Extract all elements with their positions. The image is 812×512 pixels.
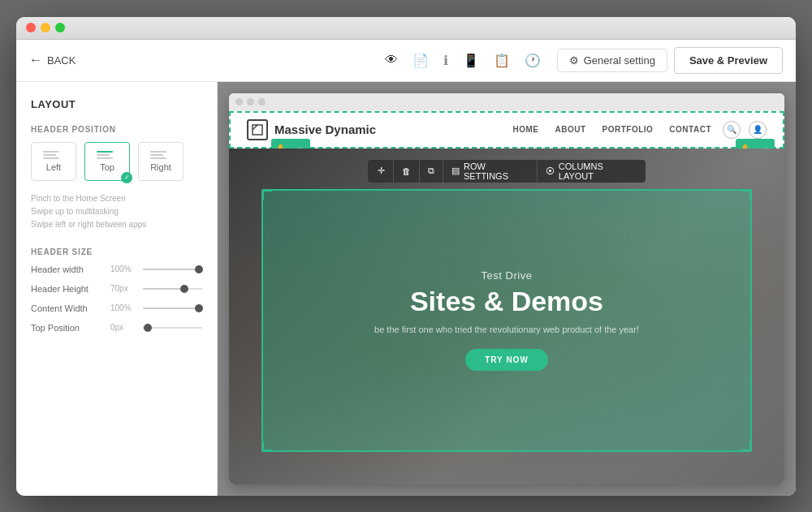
hero-description: be the first one who tried the revolutio… [374,325,639,334]
corner-tr [741,190,751,200]
move-tool-btn[interactable]: ✛ [369,160,394,183]
position-top-label: Top [100,162,114,172]
eye-icon[interactable]: 👁 [385,53,398,67]
website-header: Massive Dynamic HOME ABOUT PORTFOLIO CON… [229,111,784,148]
general-setting-label: General setting [584,54,655,67]
nav-contact[interactable]: CONTACT [669,125,711,134]
logo-text: Massive Dynamic [274,123,376,136]
hero-subtitle: Test Drive [374,269,639,282]
minimize-button[interactable] [41,23,50,32]
sidebar: LAYOUT HEADER POSITION Left [16,82,218,496]
app-content: ← BACK 👁 📄 ℹ 📱 📋 🕐 ⚙ General setting Sav… [16,40,796,496]
logo-icon [247,119,268,140]
sidebar-title: LAYOUT [31,98,202,110]
header-size-label: HEADER SIZE [31,247,202,256]
toolbar-icons: 👁 📄 ℹ 📱 📋 🕐 [385,53,541,68]
header-position-options: Left Top ✓ [31,142,202,181]
header-width-value: 100% [110,265,136,273]
row-settings-icon: ▤ [451,166,460,176]
duplicate-tool-btn[interactable]: ⧉ [420,160,443,183]
hero-title: Sites & Demos [374,286,639,316]
search-icon[interactable]: 🔍 [723,121,741,139]
row-settings-btn[interactable]: ▤ ROW SETTINGS [443,160,538,183]
position-top[interactable]: Top ✓ [84,142,130,181]
position-left-label: Left [46,162,61,172]
header-size-section: HEADER SIZE Header width 100% Header Hei… [31,247,202,333]
header-height-value: 70px [110,284,136,293]
nav-icons: 🔍 👤 [723,121,767,139]
row-toolbar: ✛ 🗑 ⧉ ▤ ROW SETTINGS [368,160,646,183]
delete-icon: 🗑 [402,166,411,176]
file-icon[interactable]: 📄 [412,53,429,68]
inner-tl-2 [247,98,254,105]
logo-area: Massive Dynamic [247,119,376,140]
file2-icon[interactable]: 📋 [494,53,510,68]
hint-line-3: Swipe left or right between apps [31,218,202,231]
top-position-value: 0px [110,323,136,332]
check-icon: ✓ [121,172,132,183]
inner-tl-3 [258,98,266,105]
columns-layout-btn[interactable]: ⦿ COLUMNS LAYOUT [538,160,644,183]
content-width-label: Content Width [31,303,104,313]
position-right[interactable]: Right [138,142,184,181]
title-bar [16,17,796,40]
close-button[interactable] [26,23,36,32]
inner-browser: Massive Dynamic HOME ABOUT PORTFOLIO CON… [229,93,784,484]
corner-br [741,441,751,451]
inner-title-bar [229,93,784,111]
hero-section: ✛ 🗑 ⧉ ▤ ROW SETTINGS [229,148,784,484]
svg-line-1 [253,125,257,130]
back-arrow-icon: ← [29,53,42,67]
mac-window: ← BACK 👁 📄 ℹ 📱 📋 🕐 ⚙ General setting Sav… [16,17,796,496]
nav-home[interactable]: HOME [512,125,538,134]
delete-tool-btn[interactable]: 🗑 [394,160,420,183]
row-settings-label: ROW SETTINGS [464,161,529,181]
gear-icon: ⚙ [569,54,579,67]
header-height-label: Header Height [31,284,104,294]
header-height-slider[interactable] [143,288,202,290]
position-left[interactable]: Left [31,142,76,181]
top-position-row: Top Position 0px [31,323,202,333]
move-icon: ✛ [378,166,385,176]
traffic-lights [26,23,65,32]
hero-text: Test Drive Sites & Demos be the first on… [374,269,639,371]
content-box: Test Drive Sites & Demos be the first on… [261,189,752,452]
preview-area: Massive Dynamic HOME ABOUT PORTFOLIO CON… [218,82,796,496]
nav-portfolio[interactable]: PORTFOLIO [603,125,654,134]
corner-tl [262,190,272,200]
user-icon[interactable]: 👤 [749,121,767,139]
tablet-icon[interactable]: 📱 [463,53,479,68]
position-right-label: Right [150,162,171,172]
nav-links: HOME ABOUT PORTFOLIO CONTACT [512,125,711,134]
back-button[interactable]: ← BACK [29,53,76,67]
header-height-row: Header Height 70px [31,284,202,294]
content-width-slider[interactable] [143,308,202,309]
header-width-label: Header width [31,265,104,274]
maximize-button[interactable] [55,23,65,32]
main-area: LAYOUT HEADER POSITION Left [16,82,796,496]
content-width-value: 100% [110,303,136,312]
header-width-row: Header width 100% [31,265,202,274]
back-label: BACK [47,54,76,67]
top-position-slider[interactable] [143,327,202,329]
header-position-label: HEADER POSITION [31,125,202,134]
inner-tl-1 [235,98,243,105]
header-width-slider[interactable] [143,269,202,270]
hint-line-1: Pinch to the Home Screen [31,192,202,205]
hero-cta-button[interactable]: TRY NOW [465,349,548,371]
corner-bl [262,441,272,451]
general-setting-button[interactable]: ⚙ General setting [557,49,667,72]
columns-icon: ⦿ [546,166,555,176]
columns-label: COLUMNS LAYOUT [559,161,636,181]
hint-text: Pinch to the Home Screen Swipe up to mul… [31,192,202,231]
top-position-label: Top Position [31,323,104,333]
top-toolbar: ← BACK 👁 📄 ℹ 📱 📋 🕐 ⚙ General setting Sav… [16,40,796,82]
content-width-row: Content Width 100% [31,303,202,313]
hint-line-2: Swipe up to multitasking [31,205,202,218]
save-preview-button[interactable]: Save & Preview [674,47,783,74]
duplicate-icon: ⧉ [428,166,434,176]
nav-about[interactable]: ABOUT [555,125,585,134]
clock-icon[interactable]: 🕐 [525,53,541,68]
info-icon[interactable]: ℹ [443,53,448,68]
svg-rect-0 [253,125,262,135]
